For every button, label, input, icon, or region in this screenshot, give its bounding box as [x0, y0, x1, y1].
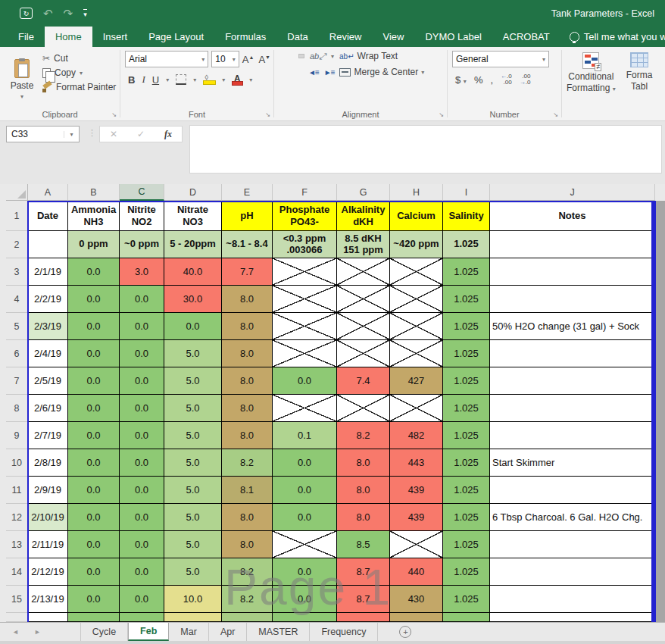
clipboard-dialog-launcher[interactable]: ↘	[111, 111, 117, 118]
value-cell[interactable]	[222, 613, 273, 622]
font-size-combo[interactable]: 10▾	[211, 51, 239, 67]
merge-center-button[interactable]: Merge & Center ▾	[339, 67, 424, 77]
value-cell[interactable]: 430	[390, 586, 443, 613]
value-cell[interactable]: 5.0	[164, 477, 222, 504]
cut-button[interactable]: ✂ Cut	[42, 53, 117, 64]
note-cell[interactable]	[490, 286, 655, 313]
value-cell[interactable]: 8.1	[222, 477, 273, 504]
value-cell[interactable]: 8.7	[337, 558, 390, 586]
enter-icon[interactable]: ✓	[137, 129, 145, 139]
merge-center-dropdown-icon[interactable]: ▾	[421, 69, 424, 76]
value-cell[interactable]: 0.0	[273, 558, 337, 586]
column-header-J[interactable]: J	[490, 184, 655, 201]
alignment-dialog-launcher[interactable]: ↘	[439, 111, 444, 118]
note-cell[interactable]	[490, 586, 655, 613]
row-header-12[interactable]: 12	[6, 504, 28, 531]
value-cell[interactable]	[337, 613, 390, 622]
value-cell[interactable]: 1.025	[443, 286, 490, 313]
value-cell[interactable]: 8.2	[222, 586, 273, 613]
align-center-icon[interactable]	[289, 70, 293, 73]
value-cell[interactable]	[120, 613, 164, 622]
value-cell[interactable]: 5.0	[164, 340, 222, 367]
menu-tab-data[interactable]: Data	[276, 27, 318, 47]
sheet-tab-mar[interactable]: Mar	[169, 623, 209, 641]
wrap-text-button[interactable]: ab↵ Wrap Text	[339, 51, 398, 61]
reference-cell[interactable]: ~8.1 - 8.4	[222, 231, 273, 258]
crossed-out-cell[interactable]	[390, 340, 443, 367]
reference-cell[interactable]: 5 - 20ppm	[164, 231, 222, 258]
sheet-tab-apr[interactable]: Apr	[209, 623, 247, 641]
value-cell[interactable]: 1.025	[443, 477, 490, 504]
date-cell[interactable]: 2/8/19	[28, 449, 68, 477]
value-cell[interactable]: 8.0	[222, 395, 273, 422]
value-cell[interactable]: 8.2	[222, 558, 273, 586]
value-cell[interactable]: 0.0	[120, 586, 164, 613]
value-cell[interactable]: 0.0	[120, 477, 164, 504]
column-header-G[interactable]: G	[337, 184, 390, 201]
value-cell[interactable]: 0.0	[68, 313, 120, 340]
crossed-out-cell[interactable]	[337, 313, 390, 340]
header-cell[interactable]: Date	[28, 201, 68, 231]
date-cell[interactable]: 2/4/19	[28, 340, 68, 367]
date-cell[interactable]: 2/3/19	[28, 313, 68, 340]
header-cell[interactable]: Notes	[490, 201, 655, 231]
name-box-dropdown-icon[interactable]: ▾	[64, 131, 79, 138]
value-cell[interactable]: 8.5	[337, 531, 390, 558]
value-cell[interactable]: 1.025	[443, 449, 490, 477]
date-cell[interactable]	[28, 613, 68, 622]
select-all-corner[interactable]	[6, 184, 28, 201]
column-header-H[interactable]: H	[390, 184, 443, 201]
value-cell[interactable]: 8.0	[222, 422, 273, 449]
value-cell[interactable]: 0.0	[68, 449, 120, 477]
conditional-formatting-button[interactable]: Conditional Formatting ▾	[567, 52, 616, 94]
currency-button[interactable]: $ ▾	[455, 74, 467, 86]
sheet-tab-master[interactable]: MASTER	[247, 623, 310, 641]
value-cell[interactable]: 5.0	[164, 367, 222, 395]
crossed-out-cell[interactable]	[273, 340, 337, 367]
reference-cell[interactable]: 8.5 dKH 151 ppm	[337, 231, 390, 258]
menu-tab-file[interactable]: File	[8, 27, 45, 47]
value-cell[interactable]: 0.0	[68, 504, 120, 531]
header-cell[interactable]: Salinity	[443, 201, 490, 231]
date-cell[interactable]: 2/2/19	[28, 286, 68, 313]
sheet-scroll-left-icon[interactable]: ◄	[12, 628, 19, 636]
value-cell[interactable]: 0.0	[120, 313, 164, 340]
header-cell[interactable]: Ammonia NH3	[68, 201, 120, 231]
menu-tab-acrobat[interactable]: ACROBAT	[492, 27, 560, 47]
increase-indent-icon[interactable]: ►≡	[324, 68, 335, 77]
note-cell[interactable]	[490, 340, 655, 367]
crossed-out-cell[interactable]	[390, 258, 443, 286]
value-cell[interactable]: 8.0	[222, 367, 273, 395]
crossed-out-cell[interactable]	[390, 395, 443, 422]
decrease-font-icon[interactable]: A▼	[258, 54, 270, 65]
decrease-indent-icon[interactable]: ◄≡	[308, 68, 319, 77]
column-header-C[interactable]: C	[120, 184, 164, 201]
date-cell[interactable]: 2/11/19	[28, 531, 68, 558]
value-cell[interactable]: 0.0	[120, 558, 164, 586]
percent-button[interactable]: %	[474, 74, 483, 86]
value-cell[interactable]: 8.7	[337, 586, 390, 613]
value-cell[interactable]: 0.0	[120, 286, 164, 313]
row-header-13[interactable]: 13	[6, 531, 28, 558]
date-cell[interactable]: 2/1/19	[28, 258, 68, 286]
save-icon[interactable]: ↻	[20, 8, 33, 19]
value-cell[interactable]: 1.025	[443, 422, 490, 449]
date-cell[interactable]: 2/12/19	[28, 558, 68, 586]
column-header-I[interactable]: I	[443, 184, 490, 201]
new-sheet-button[interactable]: +	[399, 626, 411, 638]
font-name-combo[interactable]: Arial▾	[125, 51, 208, 67]
column-header-D[interactable]: D	[164, 184, 222, 201]
note-cell[interactable]	[490, 531, 655, 558]
row-header-9[interactable]: 9	[6, 422, 28, 449]
date-cell[interactable]: 2/10/19	[28, 504, 68, 531]
sheet-tab-cycle[interactable]: Cycle	[80, 623, 128, 641]
note-cell[interactable]	[490, 558, 655, 586]
reference-cell[interactable]: ~0 ppm	[120, 231, 164, 258]
value-cell[interactable]: 0.0	[68, 286, 120, 313]
value-cell[interactable]: 0.0	[273, 586, 337, 613]
undo-icon[interactable]: ↶	[43, 7, 53, 20]
row-header-3[interactable]: 3	[6, 258, 28, 286]
row-header-10[interactable]: 10	[6, 449, 28, 477]
crossed-out-cell[interactable]	[273, 395, 337, 422]
align-bottom-icon[interactable]	[298, 54, 304, 58]
